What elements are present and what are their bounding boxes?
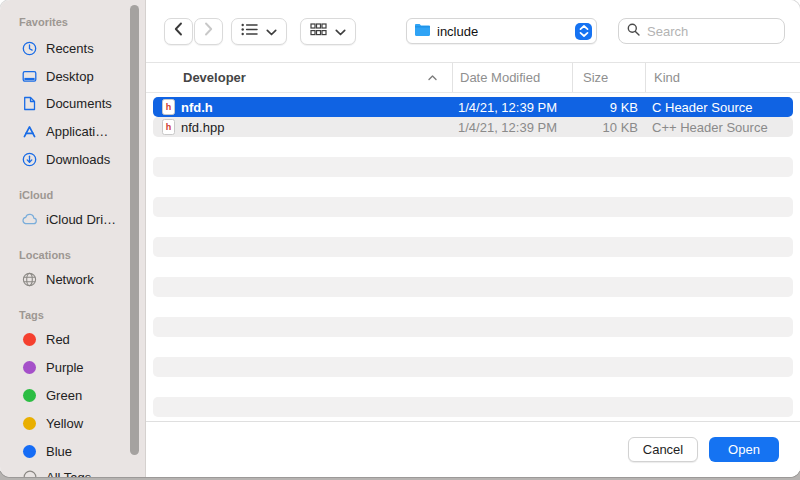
document-icon [21,96,38,111]
tag-red-icon [21,333,38,346]
empty-row-stripe [153,357,793,377]
popup-stepper-icon [575,23,592,40]
empty-row-stripe [153,197,793,217]
toolbar: include [146,0,800,63]
file-size: 9 KB [572,100,645,115]
sidebar-item-label: Recents [46,41,94,56]
chevron-left-icon [174,22,183,40]
globe-icon [21,272,38,287]
sidebar-item-desktop[interactable]: Desktop [21,64,139,88]
clock-icon [21,41,38,56]
dialog-footer: Cancel Open [146,421,800,477]
tag-blue-icon [21,445,38,458]
empty-row-stripe [153,317,793,337]
sidebar-item-label: Documents [46,96,112,111]
header-file-icon: h [162,99,175,115]
sidebar-item-label: Purple [46,360,84,375]
file-kind: C++ Header Source [645,120,793,135]
empty-row-stripe [153,397,793,417]
location-popup[interactable]: include [406,18,597,44]
column-header-row: Developer Date Modified Size Kind [146,63,800,93]
sidebar-item-label: Red [46,332,70,347]
list-view-icon [241,22,258,40]
search-input[interactable] [645,23,776,40]
grid-view-icon [310,22,327,40]
sidebar-item-label: iCloud Dri… [46,212,116,227]
sidebar-item-label: Blue [46,444,72,459]
sidebar-section-icloud: iCloud [19,189,53,201]
sidebar-item-label: All Tags [46,470,91,478]
column-header-label: Kind [654,70,680,85]
sidebar-item-tag-green[interactable]: Green [21,383,139,407]
column-header-label: Date Modified [460,70,540,85]
search-field[interactable] [618,18,785,44]
sort-ascending-icon [428,75,437,81]
column-header-size[interactable]: Size [572,63,645,92]
sidebar-item-all-tags[interactable]: All Tags [21,465,139,477]
sidebar-item-tag-yellow[interactable]: Yellow [21,411,139,435]
column-header-label: Size [583,70,608,85]
nav-buttons [164,18,223,45]
folder-icon [414,22,431,40]
sidebar-item-label: Network [46,272,94,287]
chevron-right-icon [204,22,213,40]
empty-row-stripe [153,157,793,177]
sidebar-item-label: Downloads [46,152,110,167]
cancel-button[interactable]: Cancel [628,437,698,462]
tag-purple-icon [21,361,38,374]
file-row-nfd-hpp[interactable]: h nfd.hpp 1/4/21, 12:39 PM 10 KB C++ Hea… [153,117,793,137]
sidebar-item-network[interactable]: Network [21,267,139,291]
column-header-date-modified[interactable]: Date Modified [452,63,572,92]
column-header-kind[interactable]: Kind [645,63,800,92]
sidebar: Favorites Recents Desktop Documents Appl… [0,0,145,477]
location-popup-value: include [437,24,569,39]
sidebar-item-label: Green [46,388,82,403]
header-file-icon: h [162,119,175,135]
file-date-modified: 1/4/21, 12:39 PM [452,120,572,135]
chevron-down-icon [266,22,277,40]
file-list: h nfd.h 1/4/21, 12:39 PM 9 KB C Header S… [146,93,800,421]
file-kind: C Header Source [645,100,793,115]
file-size: 10 KB [572,120,645,135]
tag-green-icon [21,389,38,402]
desktop-icon [21,69,38,84]
sidebar-item-documents[interactable]: Documents [21,91,139,115]
sidebar-item-icloud-drive[interactable]: iCloud Dri… [21,207,139,231]
sidebar-item-label: Applicati… [46,124,108,139]
column-header-label: Developer [183,70,246,85]
file-name: nfd.hpp [181,120,224,135]
sidebar-scrollbar-thumb[interactable] [130,5,139,455]
search-icon [627,22,640,40]
list-view-button[interactable] [231,18,287,45]
sidebar-item-applications[interactable]: Applicati… [21,119,139,143]
sidebar-item-tag-red[interactable]: Red [21,327,139,351]
sidebar-section-locations: Locations [19,249,71,261]
sidebar-item-label: Yellow [46,416,83,431]
download-circle-icon [21,152,38,167]
file-name: nfd.h [181,100,213,115]
sidebar-section-tags: Tags [19,309,44,321]
open-file-dialog: Favorites Recents Desktop Documents Appl… [0,0,800,477]
empty-row-stripe [153,237,793,257]
file-date-modified: 1/4/21, 12:39 PM [452,100,572,115]
sidebar-section-favorites: Favorites [19,16,68,28]
sidebar-item-label: Desktop [46,69,94,84]
group-view-button[interactable] [300,18,356,45]
back-button[interactable] [164,18,193,45]
file-browser: include Developer Date Modified [145,0,800,477]
file-row-nfd-h[interactable]: h nfd.h 1/4/21, 12:39 PM 9 KB C Header S… [153,97,793,117]
circle-outline-icon [21,470,38,477]
sidebar-item-tag-blue[interactable]: Blue [21,439,139,463]
sidebar-item-recents[interactable]: Recents [21,36,139,60]
forward-button[interactable] [194,18,223,45]
tag-yellow-icon [21,417,38,430]
sidebar-item-downloads[interactable]: Downloads [21,147,139,171]
sidebar-item-tag-purple[interactable]: Purple [21,355,139,379]
app-store-icon [21,124,38,139]
column-header-developer[interactable]: Developer [146,63,452,92]
open-button[interactable]: Open [709,437,779,462]
cloud-icon [21,213,38,225]
chevron-down-icon [335,22,346,40]
empty-row-stripe [153,277,793,297]
